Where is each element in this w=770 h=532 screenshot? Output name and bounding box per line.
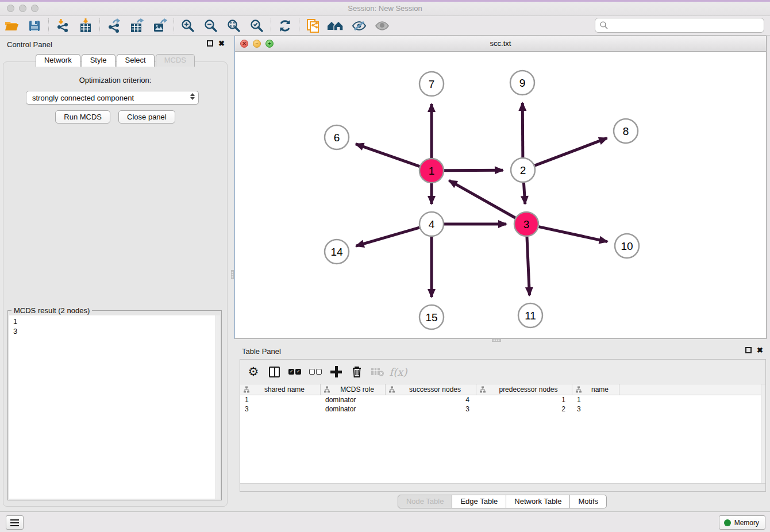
table-horizontal-scrollbar[interactable] <box>240 483 765 491</box>
graph-node-1[interactable]: 1 <box>419 159 444 183</box>
import-table-button[interactable] <box>74 17 97 35</box>
deselect-all-button[interactable] <box>307 363 324 380</box>
function-builder-button[interactable]: f(x) <box>390 363 407 380</box>
close-panel-icon[interactable]: ✖ <box>218 40 225 47</box>
column-header-0[interactable]: shared name <box>240 384 321 395</box>
float-panel-icon[interactable] <box>745 347 752 353</box>
table-vertical-scrollbar[interactable] <box>761 384 765 483</box>
graph-node-14[interactable]: 14 <box>325 240 349 264</box>
svg-text:10: 10 <box>621 240 633 252</box>
table-settings-button[interactable]: ⚙ <box>245 363 262 380</box>
network-view-frame: ✕ − + scc.txt 1234678910111415 <box>234 36 767 339</box>
zoom-out-button[interactable] <box>199 17 222 35</box>
network-frame-titlebar[interactable]: ✕ − + scc.txt <box>235 36 766 52</box>
refresh-button[interactable] <box>274 17 297 35</box>
title-bar: Session: New Session <box>0 0 770 16</box>
export-table-icon <box>129 18 145 33</box>
close-panel-icon[interactable]: ✖ <box>757 347 763 353</box>
zoom-selected-icon <box>249 18 264 33</box>
tab-node-table[interactable]: Node Table <box>398 495 453 508</box>
graph-edge-1-2[interactable] <box>444 170 503 171</box>
table-row[interactable]: 1dominator411 <box>240 395 765 404</box>
splitter-grip[interactable] <box>231 270 234 279</box>
export-image-button[interactable] <box>148 17 171 35</box>
task-history-button[interactable] <box>6 515 24 530</box>
svg-text:4: 4 <box>429 218 435 230</box>
graph-node-4[interactable]: 4 <box>419 212 444 236</box>
show-columns-button[interactable] <box>265 363 283 380</box>
column-header-1[interactable]: MCDS role <box>321 384 386 395</box>
save-session-button[interactable] <box>23 17 46 35</box>
column-header-2[interactable]: successor nodes <box>386 384 476 395</box>
mcds-result-text[interactable]: 1 3 <box>9 315 220 499</box>
show-view-button[interactable] <box>371 17 394 35</box>
graph-edge-1-6[interactable] <box>356 144 419 167</box>
graph-edge-2-8[interactable] <box>535 138 607 165</box>
table-row[interactable]: 3dominator323 <box>240 404 765 414</box>
graph-node-11[interactable]: 11 <box>518 303 542 327</box>
graph-edge-2-9[interactable] <box>522 103 523 157</box>
delete-table-button[interactable] <box>369 363 386 380</box>
delete-column-button[interactable] <box>348 363 365 380</box>
cell-successor_nodes: 3 <box>386 404 476 414</box>
toolbar-separator <box>271 18 271 33</box>
import-network-button[interactable] <box>51 17 74 35</box>
add-column-button[interactable] <box>328 363 345 380</box>
select-all-button[interactable]: ✓✓ <box>286 363 303 380</box>
graph-node-10[interactable]: 10 <box>615 234 639 258</box>
graph-edge-3-1[interactable] <box>449 180 515 218</box>
tab-motifs[interactable]: Motifs <box>570 495 607 508</box>
result-line: 1 <box>13 317 220 326</box>
tab-select[interactable]: Select <box>117 54 155 67</box>
zoom-in-button[interactable] <box>176 17 199 35</box>
tab-network-table[interactable]: Network Table <box>506 495 570 508</box>
tab-mcds[interactable]: MCDS <box>156 54 195 67</box>
tab-network[interactable]: Network <box>36 54 80 67</box>
tab-edge-table[interactable]: Edge Table <box>452 495 506 508</box>
graph-node-2[interactable]: 2 <box>511 158 535 182</box>
zoom-fit-button[interactable] <box>222 17 245 35</box>
zoom-selected-button[interactable] <box>245 17 268 35</box>
control-panel-header: Control Panel ✖ <box>0 36 230 53</box>
close-panel-button[interactable]: Close panel <box>118 110 175 124</box>
vertical-splitter[interactable] <box>230 36 234 511</box>
svg-text:11: 11 <box>525 310 536 322</box>
graph-node-3[interactable]: 3 <box>514 212 538 236</box>
search-field[interactable] <box>595 18 764 33</box>
float-panel-icon[interactable] <box>207 40 213 47</box>
graph-node-9[interactable]: 9 <box>510 71 534 95</box>
graph-node-8[interactable]: 8 <box>614 119 638 143</box>
export-table-button[interactable] <box>125 17 148 35</box>
graph-edge-2-3[interactable] <box>523 183 525 204</box>
result-scrollbar[interactable] <box>215 315 220 499</box>
optimization-criterion-select[interactable]: strongly connected component <box>26 91 199 105</box>
memory-button[interactable]: Memory <box>719 515 765 530</box>
import-network-icon <box>55 18 70 33</box>
import-table-icon <box>78 18 93 33</box>
tab-style[interactable]: Style <box>82 54 116 67</box>
column-type-icon <box>388 386 395 393</box>
network-graph[interactable]: 1234678910111415 <box>235 52 766 339</box>
unchecked-boxes-icon <box>309 369 322 375</box>
splitter-grip[interactable] <box>492 339 501 342</box>
network-canvas[interactable]: 1234678910111415 <box>235 52 766 338</box>
graph-node-6[interactable]: 6 <box>325 125 349 149</box>
graph-edge-3-11[interactable] <box>527 237 529 295</box>
graph-edge-4-14[interactable] <box>356 228 419 246</box>
graph-edge-3-10[interactable] <box>538 227 607 242</box>
column-header-3[interactable]: predecessor nodes <box>476 384 572 395</box>
open-session-button[interactable] <box>0 17 23 35</box>
graph-node-7[interactable]: 7 <box>419 72 444 96</box>
column-header-4[interactable]: name <box>572 384 619 395</box>
graph-node-15[interactable]: 15 <box>419 305 444 329</box>
run-mcds-button[interactable]: Run MCDS <box>55 110 110 124</box>
cell-mcds_role: dominator <box>321 395 386 404</box>
window-title: Session: New Session <box>0 4 770 13</box>
hide-panels-button[interactable] <box>348 17 371 35</box>
cyndex-button[interactable] <box>302 17 325 35</box>
home-button[interactable] <box>325 17 348 35</box>
cell-successor_nodes: 4 <box>386 395 476 404</box>
memory-label: Memory <box>734 519 759 527</box>
table-panel-header: Table Panel ✖ <box>234 342 770 360</box>
export-network-button[interactable] <box>102 17 125 35</box>
